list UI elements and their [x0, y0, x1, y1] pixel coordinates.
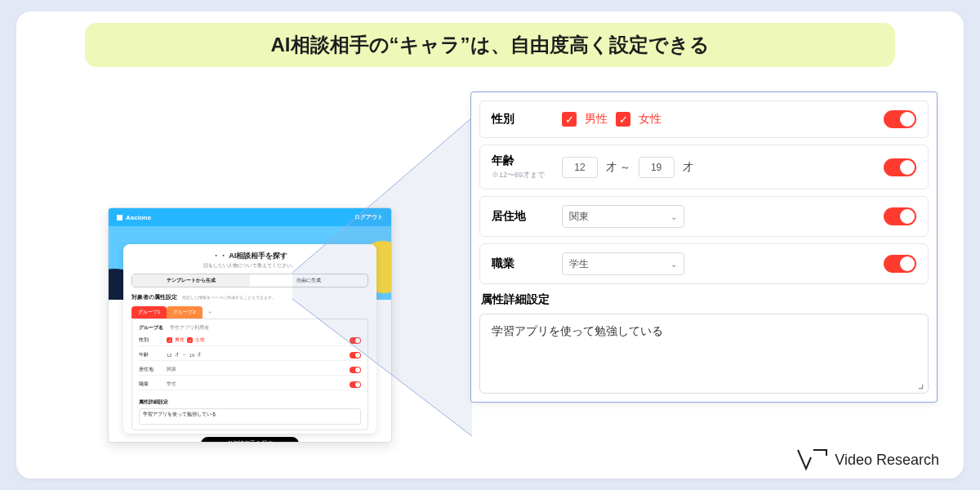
- job-value: 学生: [569, 257, 589, 271]
- mini-section-title: 対象者の属性設定 指定した情報をペースに作成することもできます。: [131, 294, 368, 301]
- detail-text: 学習アプリを使って勉強している: [492, 324, 663, 337]
- male-label: 男性: [585, 112, 608, 127]
- row-job: 職業 学生 ⌄: [479, 243, 929, 284]
- mini-group-name: グループ名 学生アプリ利用者: [139, 324, 361, 332]
- app-screenshot-small: Asclone ログアウト ・・ AI相談相手を探す 話をしたい人物について教え…: [108, 207, 392, 443]
- resize-handle-icon[interactable]: ⌟: [918, 376, 924, 391]
- age-from-input[interactable]: 12: [562, 157, 598, 178]
- mini-group-tabs: グループ1 グループ2 ＋: [131, 306, 368, 318]
- mini-row-job: 職業 学生: [139, 379, 361, 390]
- mini-row-region: 居住地 関東: [139, 364, 361, 376]
- row-region: 居住地 関東 ⌄: [479, 196, 929, 237]
- mini-group-2[interactable]: グループ2: [167, 306, 202, 318]
- mini-toggle-age[interactable]: [350, 352, 361, 359]
- chevron-down-icon: ⌄: [670, 260, 677, 269]
- mini-toggle-region[interactable]: [350, 367, 361, 373]
- headline-bar: AI相談相手の“キャラ”は、自由度高く設定できる: [85, 23, 895, 67]
- footer-brand: Video Research: [797, 449, 939, 470]
- row-age: 年齢 ※12〜69才まで 12 才 ～ 19 才: [479, 145, 929, 189]
- toggle-age[interactable]: [884, 158, 916, 176]
- mini-row-age: 年齢 12 才 ～ 19 才: [139, 350, 361, 361]
- mini-attr-box: グループ名 学生アプリ利用者 性別 ✓ 男性 ✓ 女性 年齢: [131, 318, 368, 430]
- toggle-gender[interactable]: [884, 110, 916, 128]
- chevron-down-icon: ⌄: [670, 212, 677, 221]
- mini-subtitle: 話をしたい人物について教えてください。: [131, 263, 368, 269]
- mini-panel: ・・ AI相談相手を探す 話をしたい人物について教えてください。 テンプレートか…: [123, 244, 376, 434]
- mini-title: ・・ AI相談相手を探す: [131, 251, 368, 261]
- mini-detail: 属性詳細設定 学習アプリを使って勉強している: [139, 399, 361, 425]
- detail-textarea[interactable]: 学習アプリを使って勉強している ⌟: [479, 314, 929, 394]
- mini-group-add[interactable]: ＋: [207, 309, 212, 316]
- mini-group-1[interactable]: グループ1: [131, 306, 167, 318]
- job-select[interactable]: 学生 ⌄: [562, 252, 684, 275]
- toggle-job[interactable]: [884, 255, 916, 273]
- mini-row-gender: 性別 ✓ 男性 ✓ 女性: [139, 335, 361, 346]
- footer-brand-text: Video Research: [835, 452, 939, 469]
- mini-toggle-job[interactable]: [350, 381, 361, 388]
- age-unit-1: 才 ～: [606, 160, 630, 175]
- age-label: 年齢 ※12〜69才まで: [492, 154, 562, 180]
- mini-header: Asclone ログアウト: [109, 208, 391, 226]
- region-value: 関東: [569, 210, 589, 224]
- mini-logout[interactable]: ログアウト: [354, 213, 383, 221]
- checkbox-female[interactable]: ✓: [616, 112, 630, 127]
- mini-brand: Asclone: [117, 214, 151, 221]
- job-label: 職業: [492, 256, 562, 271]
- vr-logo-icon: [797, 449, 828, 470]
- row-gender: 性別 ✓ 男性 ✓ 女性: [479, 100, 929, 138]
- checkbox-male[interactable]: ✓: [562, 112, 577, 127]
- toggle-region[interactable]: [884, 207, 916, 225]
- mini-tab-template[interactable]: テンプレートから生成: [132, 274, 250, 287]
- mini-brand-text: Asclone: [126, 214, 151, 221]
- mini-tabs: テンプレートから生成 自由に生成: [131, 274, 368, 287]
- mini-toggle-gender[interactable]: [350, 337, 361, 344]
- mini-cta-button[interactable]: AI相談相手を探す: [201, 437, 299, 443]
- gender-label: 性別: [492, 112, 562, 127]
- mini-check-male[interactable]: ✓: [167, 337, 172, 343]
- detail-section-title: 属性詳細設定: [481, 292, 927, 307]
- age-unit-2: 才: [683, 160, 693, 175]
- female-label: 女性: [639, 112, 662, 127]
- mini-check-female[interactable]: ✓: [187, 337, 193, 343]
- zoom-panel: 性別 ✓ 男性 ✓ 女性 年齢 ※12〜69才まで 12 才 ～ 19 才: [470, 91, 938, 403]
- region-label: 居住地: [492, 209, 562, 224]
- mini-tab-free[interactable]: 自由に生成: [250, 274, 368, 287]
- slide-card: AI相談相手の“キャラ”は、自由度高く設定できる Asclone ログアウト ・…: [16, 11, 964, 479]
- age-to-input[interactable]: 19: [639, 157, 675, 178]
- region-select[interactable]: 関東 ⌄: [562, 205, 684, 228]
- headline-text: AI相談相手の“キャラ”は、自由度高く設定できる: [271, 32, 710, 58]
- mini-detail-textarea[interactable]: 学習アプリを使って勉強している: [139, 408, 361, 425]
- mini-brand-icon: [117, 215, 122, 220]
